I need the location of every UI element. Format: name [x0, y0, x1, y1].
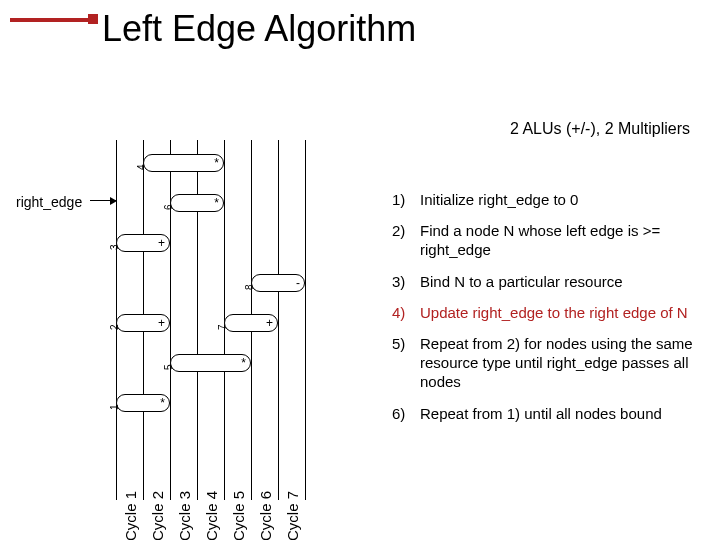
step-item: 3)Bind N to a particular resource — [392, 272, 702, 291]
node-id: 8 — [244, 284, 255, 290]
node-op: * — [214, 196, 219, 210]
right-edge-label: right_edge — [16, 194, 82, 210]
schedule-diagram: right_edge Cycle 1Cycle 2Cycle 3Cycle 4C… — [66, 110, 366, 530]
node-op: * — [160, 396, 165, 410]
schedule-node: 4* — [143, 154, 224, 172]
step-item: 5)Repeat from 2) for nodes using the sam… — [392, 334, 702, 392]
step-number: 6) — [392, 404, 420, 423]
step-item: 2)Find a node N whose left edge is >= ri… — [392, 221, 702, 259]
resource-subtitle: 2 ALUs (+/-), 2 Multipliers — [510, 120, 690, 138]
node-id: 5 — [163, 364, 174, 370]
step-item: 6)Repeat from 1) until all nodes bound — [392, 404, 702, 423]
schedule-node: 8- — [251, 274, 305, 292]
node-op: + — [266, 316, 273, 330]
page-title: Left Edge Algorithm — [102, 8, 416, 50]
cycle-label: Cycle 4 — [202, 491, 219, 540]
node-op: - — [296, 276, 300, 290]
schedule-node: 6* — [170, 194, 224, 212]
algorithm-steps: 1)Initialize right_edge to 02)Find a nod… — [392, 190, 702, 435]
cycle-label: Cycle 1 — [121, 491, 138, 540]
cycle-gridline — [170, 140, 171, 500]
schedule-node: 7+ — [224, 314, 278, 332]
node-id: 4 — [136, 164, 147, 170]
step-number: 2) — [392, 221, 420, 259]
step-text: Bind N to a particular resource — [420, 272, 702, 291]
node-id: 2 — [109, 324, 120, 330]
schedule-node: 1* — [116, 394, 170, 412]
step-item: 1)Initialize right_edge to 0 — [392, 190, 702, 209]
node-op: + — [158, 316, 165, 330]
step-number: 4) — [392, 303, 420, 322]
node-id: 1 — [109, 404, 120, 410]
step-text: Repeat from 2) for nodes using the same … — [420, 334, 702, 392]
accent-bar — [10, 18, 88, 22]
step-number: 3) — [392, 272, 420, 291]
right-edge-arrow — [90, 200, 116, 201]
schedule-node: 3+ — [116, 234, 170, 252]
node-id: 3 — [109, 244, 120, 250]
node-id: 6 — [163, 204, 174, 210]
step-text: Repeat from 1) until all nodes bound — [420, 404, 702, 423]
accent-box — [88, 14, 98, 24]
cycle-label: Cycle 7 — [283, 491, 300, 540]
step-text: Find a node N whose left edge is >= righ… — [420, 221, 702, 259]
schedule-node: 5* — [170, 354, 251, 372]
cycle-label: Cycle 2 — [148, 491, 165, 540]
node-op: * — [214, 156, 219, 170]
step-number: 1) — [392, 190, 420, 209]
node-op: + — [158, 236, 165, 250]
cycle-gridline — [305, 140, 306, 500]
step-item: 4)Update right_edge to the right edge of… — [392, 303, 702, 322]
cycle-label: Cycle 5 — [229, 491, 246, 540]
cycle-label: Cycle 6 — [256, 491, 273, 540]
cycle-label: Cycle 3 — [175, 491, 192, 540]
step-text: Update right_edge to the right edge of N — [420, 303, 702, 322]
node-op: * — [241, 356, 246, 370]
step-text: Initialize right_edge to 0 — [420, 190, 702, 209]
cycle-gridline — [278, 140, 279, 500]
node-id: 7 — [217, 324, 228, 330]
schedule-node: 2+ — [116, 314, 170, 332]
step-number: 5) — [392, 334, 420, 392]
